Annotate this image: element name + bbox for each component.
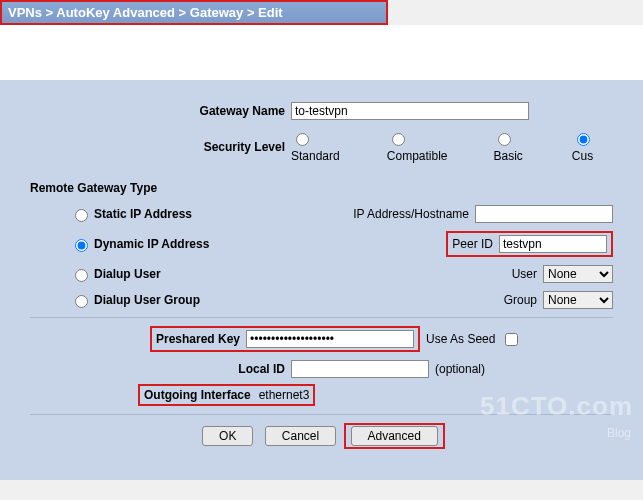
dialup-user-label: Dialup User — [94, 267, 161, 281]
preshared-key-input[interactable] — [246, 330, 414, 348]
dynamic-ip-label: Dynamic IP Address — [94, 237, 209, 251]
preshared-key-label: Preshared Key — [156, 332, 246, 346]
spacer — [0, 25, 643, 80]
security-level-label: Security Level — [30, 140, 291, 154]
dialup-group-radio[interactable] — [75, 295, 88, 308]
local-id-hint: (optional) — [429, 362, 485, 376]
outgoing-interface-label: Outgoing Interface — [144, 388, 259, 402]
dialup-group-label: Dialup User Group — [94, 293, 200, 307]
security-basic-option[interactable]: Basic — [493, 130, 541, 163]
security-standard-option[interactable]: Standard — [291, 130, 357, 163]
remote-gateway-type-title: Remote Gateway Type — [0, 181, 643, 195]
divider — [30, 317, 613, 318]
static-ip-radio[interactable] — [75, 209, 88, 222]
ip-hostname-label: IP Address/Hostname — [300, 207, 475, 221]
peer-id-label: Peer ID — [452, 237, 499, 251]
outgoing-interface-value: ethernet3 — [259, 388, 310, 402]
group-select[interactable]: None — [543, 291, 613, 309]
gateway-name-input[interactable] — [291, 102, 529, 120]
gateway-name-label: Gateway Name — [30, 104, 291, 118]
peer-id-highlight: Peer ID — [446, 231, 613, 257]
peer-id-input[interactable] — [499, 235, 607, 253]
button-row: OK Cancel Advanced — [0, 423, 643, 449]
outgoing-interface-highlight: Outgoing Interface ethernet3 — [138, 384, 315, 406]
advanced-button[interactable]: Advanced — [351, 426, 438, 446]
dynamic-ip-radio[interactable] — [75, 239, 88, 252]
local-id-input[interactable] — [291, 360, 429, 378]
security-compatible-option[interactable]: Compatible — [387, 130, 464, 163]
static-ip-label: Static IP Address — [94, 207, 192, 221]
user-select[interactable]: None — [543, 265, 613, 283]
ip-hostname-input[interactable] — [475, 205, 613, 223]
security-custom-option[interactable]: Cus — [572, 130, 613, 163]
dialup-user-radio[interactable] — [75, 269, 88, 282]
advanced-highlight: Advanced — [344, 423, 445, 449]
preshared-key-highlight: Preshared Key — [150, 326, 420, 352]
ok-button[interactable]: OK — [202, 426, 253, 446]
cancel-button[interactable]: Cancel — [265, 426, 336, 446]
divider-2 — [30, 414, 613, 415]
local-id-label: Local ID — [30, 362, 291, 376]
group-label: Group — [300, 293, 543, 307]
use-as-seed-label: Use As Seed — [420, 332, 501, 346]
use-as-seed-checkbox[interactable] — [505, 333, 518, 346]
form-panel: Gateway Name Security Level Standard Com… — [0, 80, 643, 480]
breadcrumb: VPNs > AutoKey Advanced > Gateway > Edit — [0, 0, 388, 25]
user-label: User — [300, 267, 543, 281]
